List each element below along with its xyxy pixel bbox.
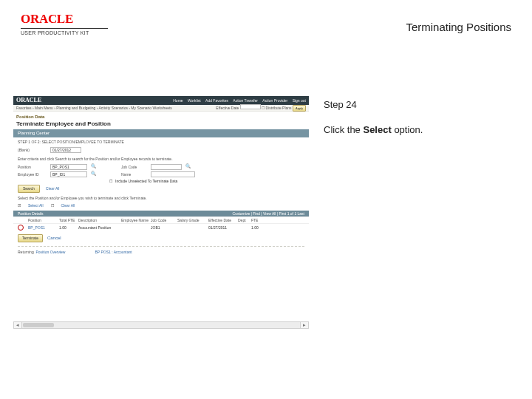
- results-controls[interactable]: Customize | Find | View All | First 1 of…: [233, 211, 304, 216]
- cancel-link[interactable]: Cancel: [47, 236, 61, 241]
- employee-input[interactable]: BP_ID1: [50, 171, 87, 177]
- return-link[interactable]: Position Overview: [35, 250, 65, 254]
- return-label: Returning: [18, 250, 34, 254]
- col-position: Position: [28, 218, 59, 222]
- brand-divider: [21, 28, 108, 29]
- col-dept: Dept: [238, 218, 251, 222]
- date-input[interactable]: 01/27/2012: [50, 147, 81, 153]
- page-heading: Terminate Employee and Position: [13, 120, 309, 129]
- col-fte: Total FTE: [59, 218, 78, 222]
- col-ftecap: FTE: [251, 218, 275, 222]
- clear-all-link[interactable]: Clear All: [46, 186, 60, 191]
- panel-bar: Planning Center: [13, 129, 309, 137]
- nav-link[interactable]: Worklist: [188, 98, 201, 103]
- lookup-icon[interactable]: 🔍: [90, 164, 96, 170]
- row-position[interactable]: BP_POS1: [28, 225, 59, 230]
- col-job: Job Code: [151, 218, 177, 222]
- nav-link[interactable]: Sign out: [293, 98, 306, 103]
- breadcrumb-right: Effective Date ☐ Distribute Plans Apply: [216, 104, 306, 112]
- breadcrumb-path: Favorites › Main Menu › Planning and Bud…: [16, 106, 172, 110]
- brand-block: ORACLE USER PRODUCTIVITY KIT: [21, 12, 108, 35]
- oracle-logo: ORACLE: [21, 12, 108, 27]
- instruction-bold: Select: [363, 124, 391, 135]
- include-label: Include Unselected To Terminate Data: [115, 179, 177, 183]
- clearall-check[interactable]: ☐: [51, 203, 54, 208]
- scroll-right-icon[interactable]: ▸: [300, 322, 308, 328]
- include-check[interactable]: ☐: [109, 179, 112, 183]
- jobcode-input[interactable]: [151, 164, 182, 170]
- distribute-check[interactable]: ☐: [262, 106, 265, 110]
- app-nav-logo: ORACLE: [16, 97, 41, 104]
- section-title: Position Data: [13, 112, 309, 120]
- row-eff: 01/27/2011: [208, 225, 238, 230]
- brand-product: USER PRODUCTIVITY KIT: [21, 30, 108, 35]
- nav-link[interactable]: Add Favorites: [205, 98, 228, 103]
- jobcode-label: Job Code: [121, 165, 148, 169]
- eff-label: Effective Date: [216, 106, 239, 110]
- col-emp: Employee Name: [121, 218, 151, 222]
- col-eff: Effective Date: [208, 218, 238, 222]
- blank-label: (Blank): [18, 148, 47, 152]
- instruction-suffix: option.: [392, 124, 423, 135]
- scroll-thumb[interactable]: [23, 323, 54, 327]
- selectall-check[interactable]: ☑: [18, 203, 21, 208]
- nav-link[interactable]: Home: [173, 98, 183, 103]
- row-job: JOB1: [151, 225, 177, 230]
- step-instruction: Click the Select option.: [324, 124, 423, 135]
- app-nav-links: Home Worklist Add Favorites Action Trans…: [169, 98, 306, 103]
- position-label: Position: [18, 165, 47, 169]
- ref-value: BP POS1 : Accountant: [95, 250, 132, 254]
- table-header: Position Total FTE Description Employee …: [13, 216, 309, 224]
- name-input[interactable]: [151, 171, 195, 177]
- search-button[interactable]: Search: [18, 185, 40, 193]
- row-fte: 1.00: [59, 225, 78, 230]
- horizontal-scrollbar[interactable]: ◂ ▸: [13, 321, 309, 329]
- apply-button[interactable]: Apply: [293, 105, 306, 112]
- employee-label: Employee ID: [18, 172, 47, 177]
- row-desc: Accountant Position: [78, 225, 121, 230]
- terminate-button[interactable]: Terminate: [18, 234, 43, 242]
- clear-all-link-2[interactable]: Clear All: [61, 203, 75, 208]
- nav-link[interactable]: Action Provider: [262, 98, 287, 103]
- instruction-prefix: Click the: [324, 124, 363, 135]
- position-input[interactable]: BP_POS1: [50, 164, 87, 170]
- row-ftecap: 1.00: [251, 225, 275, 230]
- breadcrumb: Favorites › Main Menu › Planning and Bud…: [13, 105, 309, 112]
- nav-link[interactable]: Action Transfer: [233, 98, 258, 103]
- criteria-hint: Enter criteria and click Search to searc…: [13, 154, 309, 163]
- scroll-left-icon[interactable]: ◂: [14, 322, 22, 328]
- select-all-link[interactable]: Select All: [28, 203, 44, 208]
- lookup-icon[interactable]: 🔍: [185, 164, 191, 170]
- col-desc: Description: [78, 218, 121, 222]
- table-row: BP_POS1 1.00 Accountant Position JOB1 01…: [13, 224, 309, 232]
- name-label: Name: [121, 172, 148, 177]
- lookup-icon[interactable]: 🔍: [90, 171, 96, 177]
- app-screenshot: ORACLE Home Worklist Add Favorites Actio…: [13, 96, 309, 325]
- select-option[interactable]: [18, 225, 24, 231]
- col-sal: Salary Grade: [177, 218, 208, 222]
- topic-title: Terminating Positions: [406, 21, 511, 33]
- results-title: Position Details: [18, 211, 43, 216]
- step-line: STEP 1 OF 2: SELECT POSITION/EMPLOYEE TO…: [13, 137, 309, 146]
- eff-date-input[interactable]: [240, 104, 261, 109]
- step-label: Step 24: [324, 99, 357, 110]
- distribute-label: Distribute Plans: [266, 106, 292, 110]
- select-hint: Select the Position and/or Employee you …: [13, 194, 309, 202]
